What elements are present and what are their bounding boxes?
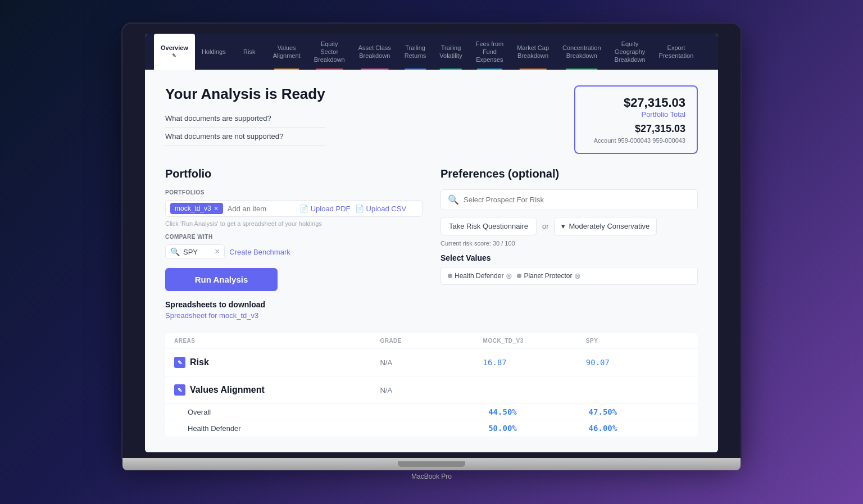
planet-protector-remove[interactable]: ⊗: [574, 272, 581, 280]
laptop-model-label: MacBook Pro: [122, 473, 741, 480]
navigation-bar: Overview ✎ Holdings Risk Values Alignmen…: [145, 34, 718, 70]
nav-item-export[interactable]: Export Presentation: [652, 34, 701, 70]
chevron-down-icon: ▾: [561, 222, 565, 230]
prospect-search-input[interactable]: [464, 196, 691, 204]
faq-item-2[interactable]: What documents are not supported?: [165, 128, 325, 146]
risk-level-dropdown[interactable]: ▾ Moderately Conservative: [554, 217, 657, 235]
take-risk-questionnaire-button[interactable]: Take Risk Questionnaire: [440, 217, 537, 235]
overall-spy-value: 47.50%: [589, 407, 689, 416]
nav-item-equity-geography[interactable]: Equity Geography Breakdown: [608, 34, 652, 70]
table-row-values-alignment: ✎ Values Alignment N/A: [165, 376, 698, 404]
nav-item-values-alignment[interactable]: Values Alignment: [266, 34, 307, 70]
preferences-row: Take Risk Questionnaire or ▾ Moderately …: [440, 217, 698, 235]
sub-label-health-defender: Health Defender: [188, 424, 388, 433]
nav-item-concentration[interactable]: Concentration Breakdown: [556, 34, 608, 70]
nav-label-trailing-returns: Trailing Returns: [405, 44, 426, 60]
click-hint-text: Click 'Run Analysis' to get a spreadshee…: [165, 220, 423, 227]
table-row-risk: ✎ Risk N/A 16.87 90.07: [165, 349, 698, 376]
values-alignment-grade: N/A: [380, 386, 483, 394]
portfolio-column: Portfolio PORTFOLIOS mock_td_v3 ✕ 📄 Uplo…: [165, 167, 423, 320]
values-alignment-area-icon: ✎: [174, 384, 185, 396]
values-alignment-label: Values Alignment: [190, 385, 265, 395]
sub-row-health-defender: Health Defender 50.00% 46.00%: [165, 420, 698, 437]
compare-with-label: COMPARE WITH: [165, 234, 423, 240]
select-values-title: Select Values: [440, 253, 698, 262]
nav-label-overview: Overview: [161, 44, 188, 52]
sub-row-overall: Overall 44.50% 47.50%: [165, 404, 698, 420]
nav-item-risk[interactable]: Risk: [233, 34, 266, 70]
risk-area-icon: ✎: [174, 357, 185, 368]
portfolio-section-title: Portfolio: [165, 167, 423, 180]
portfolio-tag-remove[interactable]: ✕: [214, 205, 219, 212]
area-label-risk: ✎ Risk: [174, 357, 380, 368]
nav-item-asset-class[interactable]: Asset Class Breakdown: [352, 34, 398, 70]
nav-label-risk: Risk: [243, 48, 255, 56]
nav-item-trailing-volatility[interactable]: Trailing Volatility: [433, 34, 469, 70]
nav-item-overview[interactable]: Overview ✎: [154, 34, 195, 70]
preferences-section-title: Preferences (optional): [440, 167, 698, 180]
overall-mock-value: 44.50%: [488, 407, 588, 416]
nav-label-trailing-volatility: Trailing Volatility: [439, 44, 462, 60]
health-defender-dot: [448, 274, 452, 278]
portfolio-total-label: Portfolio Total: [587, 110, 685, 119]
upload-pdf-button[interactable]: 📄 Upload PDF: [299, 205, 351, 213]
nav-item-fees[interactable]: Fees from Fund Expenses: [469, 34, 511, 70]
health-defender-spy-value: 46.00%: [589, 424, 689, 433]
page-title: Your Analysis is Ready: [165, 85, 325, 103]
nav-label-concentration: Concentration Breakdown: [562, 44, 601, 60]
nav-item-trailing-returns[interactable]: Trailing Returns: [398, 34, 433, 70]
nav-label-fees: Fees from Fund Expenses: [476, 40, 504, 64]
analysis-header-left: Your Analysis is Ready What documents ar…: [165, 85, 325, 146]
col-header-spy: SPY: [586, 338, 689, 344]
health-defender-mock-value: 50.00%: [488, 424, 588, 433]
sub-label-overall: Overall: [188, 408, 388, 416]
nav-label-market-cap: Market Cap Breakdown: [517, 44, 549, 60]
value-tag-health-defender: Health Defender ⊗: [448, 272, 512, 280]
spreadsheets-title: Spreadsheets to download: [165, 300, 423, 309]
search-icon: 🔍: [170, 247, 180, 256]
col-header-areas: AREAS: [174, 338, 380, 344]
portfolio-account-amount: $27,315.03: [587, 123, 685, 135]
nav-label-equity-sector: Equity Sector Breakdown: [314, 40, 345, 64]
create-benchmark-link[interactable]: Create Benchmark: [229, 248, 290, 256]
main-content: Your Analysis is Ready What documents ar…: [145, 70, 718, 452]
add-item-input[interactable]: [228, 205, 295, 213]
spreadsheet-link[interactable]: Spreadsheet for mock_td_v3: [165, 311, 423, 320]
area-label-values-alignment: ✎ Values Alignment: [174, 384, 380, 396]
risk-grade: N/A: [380, 358, 483, 367]
col-header-mock: MOCK_TD_V3: [483, 338, 586, 344]
risk-mock-value: 16.87: [483, 358, 586, 367]
nav-item-holdings[interactable]: Holdings: [195, 34, 233, 70]
run-analysis-button[interactable]: Run Analysis: [165, 268, 278, 291]
two-col-layout: Portfolio PORTFOLIOS mock_td_v3 ✕ 📄 Uplo…: [165, 167, 698, 320]
planet-protector-dot: [517, 274, 521, 278]
nav-item-market-cap[interactable]: Market Cap Breakdown: [510, 34, 556, 70]
nav-label-asset-class: Asset Class Breakdown: [358, 44, 391, 60]
table-header-row: AREAS GRADE MOCK_TD_V3 SPY: [165, 333, 698, 349]
upload-csv-icon: 📄: [355, 205, 364, 213]
portfolios-label: PORTFOLIOS: [165, 189, 423, 196]
portfolio-account-detail: Account 959-000043 959-000043: [587, 137, 685, 144]
risk-spy-value: 90.07: [586, 358, 689, 367]
prospect-search-icon: 🔍: [448, 194, 459, 205]
col-header-grade: GRADE: [380, 338, 483, 344]
nav-label-equity-geography: Equity Geography Breakdown: [615, 40, 646, 64]
analysis-table: AREAS GRADE MOCK_TD_V3 SPY ✎ Risk N/A 16…: [165, 333, 698, 437]
prospect-search-bar: 🔍: [440, 189, 698, 210]
nav-label-holdings: Holdings: [202, 48, 226, 56]
compare-input[interactable]: [183, 248, 211, 256]
nav-label-export: Export Presentation: [659, 44, 694, 60]
clear-compare-button[interactable]: ×: [215, 247, 220, 256]
or-text: or: [542, 222, 549, 230]
value-tag-planet-protector: Planet Protector ⊗: [517, 272, 581, 280]
upload-pdf-icon: 📄: [299, 205, 308, 213]
values-tags-row: Health Defender ⊗ Planet Protector ⊗: [440, 267, 698, 285]
risk-label: Risk: [190, 357, 209, 367]
nav-item-equity-sector[interactable]: Equity Sector Breakdown: [307, 34, 352, 70]
health-defender-remove[interactable]: ⊗: [506, 272, 512, 280]
faq-item-1[interactable]: What documents are supported?: [165, 110, 325, 128]
portfolio-total-amount: $27,315.03: [587, 96, 685, 110]
portfolio-total-card: $27,315.03 Portfolio Total $27,315.03 Ac…: [574, 85, 698, 154]
analysis-header: Your Analysis is Ready What documents ar…: [165, 85, 698, 154]
upload-csv-button[interactable]: 📄 Upload CSV: [355, 205, 407, 213]
